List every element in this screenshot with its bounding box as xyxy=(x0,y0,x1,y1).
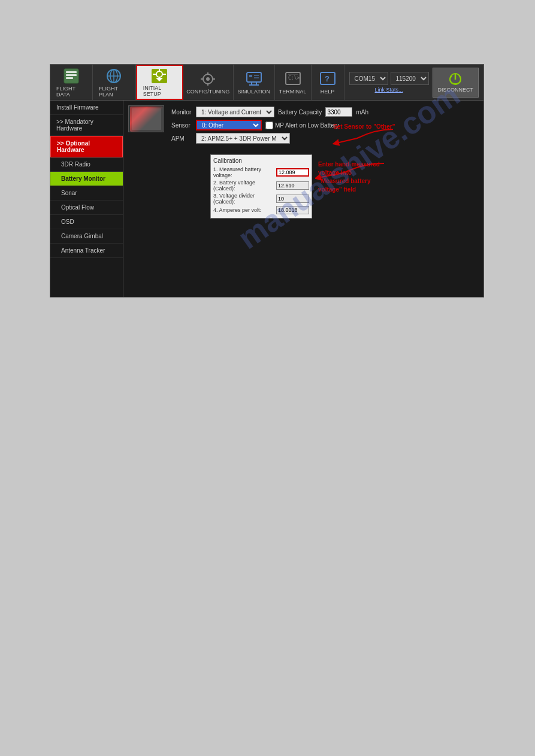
link-stats-link[interactable]: Link Stats... xyxy=(374,87,403,93)
sidebar-item-mandatory-hardware[interactable]: >> Mandatory Hardware xyxy=(50,115,123,136)
com-baud-area: COM15 115200 Link Stats... xyxy=(349,72,429,93)
mp-alert-checkbox[interactable] xyxy=(265,122,273,129)
svg-rect-1 xyxy=(66,71,77,73)
monitor-image xyxy=(128,105,164,132)
cal-voltage-divider-input[interactable] xyxy=(276,195,309,203)
toolbar-right: COM15 115200 Link Stats... DISCONNECT xyxy=(344,65,484,100)
toolbar-flight-plan[interactable]: FLIGHT PLAN xyxy=(93,65,136,100)
annotation-1-area: Set Sensor to "Other" xyxy=(327,123,399,154)
cal-row-3-label: 3. Voltage divider (Calced): xyxy=(213,193,274,205)
monitor-select[interactable]: 1: Voltage and Current xyxy=(196,107,274,117)
sidebar-item-sonar[interactable]: Sonar xyxy=(50,186,123,201)
toolbar-terminal[interactable]: C:\> TERMINAL xyxy=(275,65,312,100)
apm-label: APM xyxy=(171,135,192,142)
cal-row-2-label: 2. Battery voltage (Calced): xyxy=(213,180,274,192)
cal-measured-voltage-input[interactable] xyxy=(276,168,309,177)
svg-rect-29 xyxy=(288,74,298,75)
sidebar-item-optional-hardware[interactable]: >> Optional Hardware xyxy=(50,136,123,157)
terminal-label: TERMINAL xyxy=(279,89,307,95)
disconnect-button[interactable]: DISCONNECT xyxy=(433,68,479,98)
sidebar-item-camera-gimbal[interactable]: Camera Gimbal xyxy=(50,229,123,244)
form-section: Monitor 1: Voltage and Current Battery C… xyxy=(171,107,479,144)
toolbar: FLIGHT DATA FLIGHT PLAN xyxy=(50,65,483,101)
apm-row: APM 2: APM2.5+ + 3DR Power M xyxy=(171,133,479,144)
svg-rect-2 xyxy=(66,74,77,76)
battery-capacity-label: Battery Capacity xyxy=(278,109,322,116)
sidebar-item-optical-flow[interactable]: Optical Flow xyxy=(50,201,123,215)
cal-voltage-calced-input[interactable] xyxy=(276,181,309,190)
battery-capacity-input[interactable] xyxy=(325,107,352,117)
cal-row-1: 1. Measured battery voltage: xyxy=(213,166,309,178)
disconnect-label: DISCONNECT xyxy=(438,87,474,93)
apm-select[interactable]: 2: APM2.5+ + 3DR Power M xyxy=(196,133,290,144)
cal-row-2: 2. Battery voltage (Calced): xyxy=(213,180,309,192)
help-icon: ? xyxy=(319,71,336,87)
toolbar-config-tuning[interactable]: CONFIG/TUNING xyxy=(183,65,234,100)
toolbar-flight-data[interactable]: FLIGHT DATA xyxy=(50,65,93,100)
com-port-select[interactable]: COM15 xyxy=(349,72,388,85)
toolbar-help[interactable]: ? HELP xyxy=(312,65,344,100)
monitor-row: Monitor 1: Voltage and Current Battery C… xyxy=(171,107,479,117)
cal-row-3: 3. Voltage divider (Calced): xyxy=(213,193,309,205)
help-label: HELP xyxy=(321,89,335,95)
monitor-label: Monitor xyxy=(171,109,192,116)
svg-rect-24 xyxy=(249,75,252,77)
app-window: FLIGHT DATA FLIGHT PLAN xyxy=(50,64,484,297)
toolbar-initial-setup[interactable]: INITIAL SETUP xyxy=(136,65,183,100)
disconnect-icon xyxy=(449,72,462,86)
svg-rect-25 xyxy=(254,75,259,76)
config-tuning-icon xyxy=(200,71,216,87)
annotation-1-text: Set Sensor to "Other" xyxy=(333,123,395,130)
sidebar-item-3dr-radio[interactable]: 3DR Radio xyxy=(50,157,123,172)
annotation-2-text: Enter hand-measured voltage into"Measure… xyxy=(318,160,393,194)
main-area: Install Firmware >> Mandatory Hardware >… xyxy=(50,101,483,297)
sensor-row: Sensor 0: Other MP Alert on Low Battery xyxy=(171,120,479,130)
calibration-box: Calibration 1. Measured battery voltage:… xyxy=(210,154,312,218)
flight-plan-label: FLIGHT PLAN xyxy=(99,86,129,98)
sidebar-item-antenna-tracker[interactable]: Antenna Tracker xyxy=(50,244,123,258)
flight-plan-icon xyxy=(105,68,122,84)
cal-row-1-label: 1. Measured battery voltage: xyxy=(213,166,274,178)
flight-data-icon xyxy=(63,68,80,84)
sidebar-item-install-firmware[interactable]: Install Firmware xyxy=(50,101,123,115)
sidebar-item-battery-monitor[interactable]: Battery Monitor xyxy=(50,172,123,186)
terminal-icon: C:\> xyxy=(285,71,301,87)
config-tuning-label: CONFIG/TUNING xyxy=(186,89,229,95)
sensor-select[interactable]: 0: Other xyxy=(196,120,262,130)
toolbar-simulation[interactable]: SIMULATION xyxy=(234,65,275,100)
annotation-2-area: Enter hand-measured voltage into"Measure… xyxy=(315,160,393,198)
content-area: Monitor 1: Voltage and Current Battery C… xyxy=(123,101,483,297)
initial-setup-icon xyxy=(151,68,168,84)
sidebar-item-osd[interactable]: OSD xyxy=(50,215,123,229)
battery-capacity-unit: mAh xyxy=(356,109,368,116)
sensor-label: Sensor xyxy=(171,122,192,129)
svg-point-15 xyxy=(206,77,210,81)
cal-row-4: 4. Amperes per volt: xyxy=(213,206,309,214)
calibration-title: Calibration xyxy=(213,157,309,164)
baud-rate-select[interactable]: 115200 xyxy=(391,72,429,85)
simulation-label: SIMULATION xyxy=(238,89,270,95)
initial-setup-label: INITIAL SETUP xyxy=(143,85,176,97)
flight-data-label: FLIGHT DATA xyxy=(56,86,86,98)
svg-rect-26 xyxy=(254,77,259,78)
monitor-pic-graphic xyxy=(130,107,163,132)
svg-text:C:\>: C:\> xyxy=(288,75,300,81)
svg-rect-3 xyxy=(66,77,73,79)
cal-row-4-label: 4. Amperes per volt: xyxy=(213,207,274,213)
sidebar: Install Firmware >> Mandatory Hardware >… xyxy=(50,101,123,297)
svg-text:?: ? xyxy=(325,74,330,83)
simulation-icon xyxy=(246,71,262,87)
cal-amperes-per-volt-input[interactable] xyxy=(276,206,309,214)
